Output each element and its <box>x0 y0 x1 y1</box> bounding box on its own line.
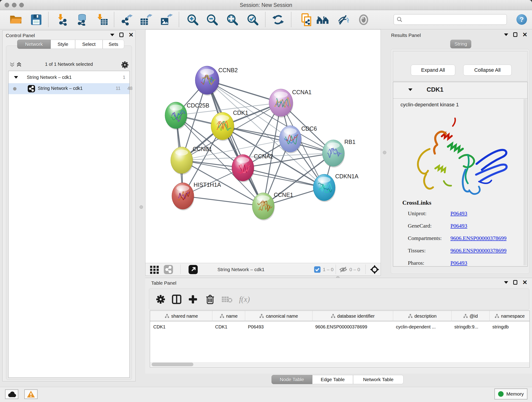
delete-column-button[interactable] <box>204 293 216 306</box>
table-cell-id[interactable]: stringdb:9... <box>452 322 490 332</box>
float-panel-icon[interactable] <box>513 280 517 285</box>
table-toolbar: f(x) <box>149 288 529 310</box>
open-external-button[interactable] <box>189 265 198 274</box>
export-table-button[interactable] <box>139 12 153 27</box>
function-builder-button-disabled[interactable]: f(x) <box>238 293 251 306</box>
network-badge-button[interactable] <box>164 265 173 274</box>
network-node-CCNB2[interactable]: CCNB2 <box>195 66 238 96</box>
column-header-canonical-name[interactable]: canonical name <box>245 311 312 321</box>
zoom-fit-button[interactable] <box>225 12 240 27</box>
hidden-toggle[interactable] <box>339 265 347 274</box>
zoom-selected-button[interactable] <box>245 12 260 27</box>
presentation-eye-button[interactable] <box>356 12 371 27</box>
crosslink-link[interactable]: P06493 <box>450 223 467 229</box>
table-header-row: shared namenamecanonical namedatabase id… <box>150 311 530 321</box>
network-node-CDC25B[interactable]: CDC25B <box>165 102 209 130</box>
tab-sets[interactable]: Sets <box>103 40 124 49</box>
table-row[interactable]: CDK1CDK1P064939606.ENSP00000378699cyclin… <box>150 322 530 332</box>
close-panel-icon[interactable]: ✕ <box>522 32 527 37</box>
tab-node-table[interactable]: Node Table <box>272 375 312 384</box>
hscrollbar-thumb[interactable] <box>152 363 193 366</box>
column-header-description[interactable]: description <box>393 311 452 321</box>
zoom-in-button[interactable] <box>185 12 200 27</box>
warnings-button[interactable] <box>24 389 38 399</box>
column-header-namespace[interactable]: namespace <box>490 311 530 321</box>
delete-table-button-disabled[interactable] <box>221 293 234 306</box>
tab-network-table[interactable]: Network Table <box>353 375 404 384</box>
table-cell-shared-name[interactable]: CDK1 <box>151 322 212 332</box>
table-hscrollbar[interactable] <box>150 362 529 367</box>
network-view-title: String Network – cdk1 <box>217 267 264 272</box>
close-panel-icon[interactable]: ✕ <box>522 280 527 285</box>
import-table-button[interactable] <box>94 12 109 27</box>
panel-menu-caret-icon[interactable] <box>110 34 114 36</box>
help-button[interactable]: ? <box>516 14 527 25</box>
search-input[interactable] <box>403 17 501 22</box>
export-image-button[interactable] <box>159 12 174 27</box>
crosslink-link[interactable]: 9606.ENSP00000378699 <box>450 235 507 241</box>
copy-style-button[interactable] <box>299 12 314 27</box>
right-splitter-handle[interactable] <box>383 151 386 154</box>
crosslink-link[interactable]: P06493 <box>450 260 467 266</box>
close-panel-icon[interactable]: ✕ <box>128 32 133 37</box>
column-header-id[interactable]: @id <box>452 311 490 321</box>
zoom-out-button[interactable] <box>205 12 220 27</box>
show-columns-button[interactable] <box>170 293 183 306</box>
export-network-button[interactable] <box>119 12 133 27</box>
table-options-button[interactable] <box>154 293 167 306</box>
selected-checkbox[interactable] <box>314 265 321 274</box>
network-node-CCNA2[interactable]: CCNA2 <box>232 153 273 182</box>
network-node-CDKN1A[interactable]: CDKN1A <box>313 173 359 202</box>
open-session-button[interactable] <box>9 12 23 27</box>
network-node-CDK1[interactable]: CDK1 <box>211 109 248 141</box>
network-canvas[interactable]: CCNB2CCNA1CDC25BCDK1CDC6RB1CCNB1CCNA2CDK… <box>146 30 380 263</box>
hide-details-button[interactable] <box>336 12 351 27</box>
import-network-file-button[interactable] <box>55 12 69 27</box>
results-scrollbar[interactable] <box>524 99 527 265</box>
network-node-CDC6[interactable]: CDC6 <box>279 125 317 153</box>
network-options-gear-icon[interactable] <box>121 61 128 69</box>
network-edge[interactable] <box>183 196 263 206</box>
tab-edge-table[interactable]: Edge Table <box>312 375 353 384</box>
crosslink-link[interactable]: P06493 <box>450 211 467 217</box>
float-panel-icon[interactable] <box>513 32 517 37</box>
float-panel-icon[interactable] <box>119 32 123 37</box>
network-node-CCNA1[interactable]: CCNA1 <box>269 89 312 118</box>
tree-expand-caret-icon[interactable] <box>14 76 18 79</box>
panel-menu-caret-icon[interactable] <box>504 281 508 284</box>
refresh-layout-button[interactable] <box>271 12 285 27</box>
birds-eye-view-button[interactable] <box>150 265 159 274</box>
network-node-RB1[interactable]: RB1 <box>322 139 355 167</box>
home-button[interactable] <box>315 12 330 27</box>
gene-card-header[interactable]: CDK1 <box>393 82 527 99</box>
tab-select[interactable]: Select <box>75 40 103 49</box>
column-header-name[interactable]: name <box>212 311 245 321</box>
panel-menu-caret-icon[interactable] <box>504 33 508 36</box>
table-cell-name[interactable]: CDK1 <box>212 322 245 332</box>
table-cell-description[interactable]: cyclin-dependent ... <box>393 322 452 332</box>
tab-string[interactable]: String <box>450 40 471 48</box>
table-cell-canonical-name[interactable]: P06493 <box>245 322 312 332</box>
create-column-button[interactable] <box>186 293 199 306</box>
column-header-shared-name[interactable]: shared name <box>151 311 212 321</box>
table-cell-database-identifier[interactable]: 9606.ENSP00000378699 <box>312 322 393 332</box>
expand-all-button[interactable]: Expand All <box>411 65 455 76</box>
table-cell-namespace[interactable]: stringdb <box>490 322 530 332</box>
memory-button[interactable]: Memory <box>494 389 527 400</box>
save-session-button[interactable] <box>29 12 44 27</box>
network-node-HIST1H1A[interactable]: HIST1H1A <box>172 182 221 211</box>
network-node-CCNB1[interactable]: CCNB1 <box>171 146 212 175</box>
tab-network[interactable]: Network <box>17 40 51 49</box>
fit-content-button[interactable] <box>370 265 379 274</box>
gene-collapse-caret-icon[interactable] <box>408 89 412 91</box>
column-header-database-identifier[interactable]: database identifier <box>312 311 393 321</box>
cloud-status-button[interactable] <box>5 389 18 399</box>
network-row-selected[interactable]: String Network – cdk1 11 48 <box>8 83 129 94</box>
import-network-database-button[interactable] <box>74 12 89 27</box>
left-splitter-handle[interactable] <box>139 205 143 209</box>
network-node-CCNE1[interactable]: CCNE1 <box>252 191 293 220</box>
network-collection-row[interactable]: String Network – cdk1 1 <box>8 72 129 83</box>
tab-style[interactable]: Style <box>51 40 75 49</box>
crosslink-link[interactable]: 9606.ENSP00000378699 <box>450 248 507 254</box>
collapse-all-button[interactable]: Collapse All <box>463 65 512 76</box>
